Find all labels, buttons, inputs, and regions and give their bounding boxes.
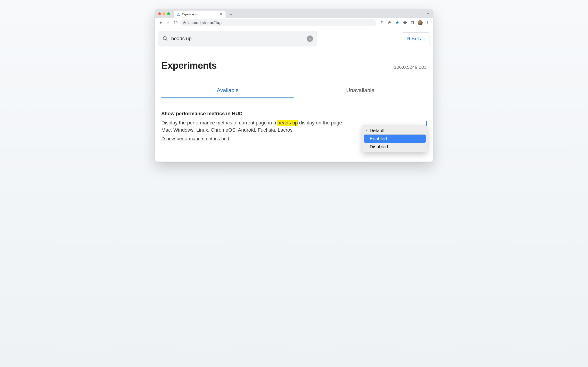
zoom-icon[interactable] [379,19,385,26]
tab-strip: Experiments [155,9,433,18]
svg-point-8 [427,23,428,24]
flags-tabs: Available Unavailable [161,83,427,98]
svg-point-1 [184,22,185,23]
svg-rect-5 [413,21,414,24]
window-close-button[interactable] [158,12,161,15]
site-chip: Chrome [183,21,199,25]
back-button[interactable] [157,20,164,26]
title-row: Experiments 106.0.5249.103 [161,60,427,71]
browser-window: Experiments Chrome [155,9,433,162]
window-minimize-button[interactable] [163,12,165,15]
forward-button[interactable] [165,20,171,26]
flag-row: Show performance metrics in HUD Display … [161,111,427,141]
flag-info: Show performance metrics in HUD Display … [161,111,355,141]
bookmark-star-icon[interactable] [394,19,401,26]
chrome-version: 106.0.5249.103 [394,65,427,70]
toolbar: Chrome chrome://flags [155,18,433,27]
flag-anchor-link[interactable]: #show-performance-metrics-hud [161,136,229,141]
flag-option-enabled[interactable]: Enabled [364,134,426,143]
svg-point-9 [163,37,166,40]
search-highlight: heads up [277,120,298,125]
page-content: Reset all Experiments 106.0.5249.103 Ava… [155,27,433,161]
flag-select[interactable]: Default Enabled Disabled [364,121,427,129]
page-title: Experiments [161,60,217,71]
tab-unavailable[interactable]: Unavailable [294,83,427,98]
site-chip-label: Chrome [187,21,199,25]
svg-point-7 [427,22,428,23]
tab-close-button[interactable] [219,12,223,17]
extensions-icon[interactable] [402,19,408,26]
address-bar[interactable]: Chrome chrome://flags [180,19,376,26]
flags-content: Experiments 106.0.5249.103 Available Una… [155,50,433,161]
toolbar-actions [379,19,431,26]
flag-description: Display the performance metrics of curre… [161,119,355,134]
chrome-icon [183,21,186,24]
flags-search-bar: Reset all [155,27,433,50]
flag-select-menu: Default Enabled Disabled [362,125,427,152]
chrome-menu-button[interactable] [424,19,431,26]
flag-desc-before: Display the performance metrics of curre… [161,120,277,125]
search-flags-input[interactable] [171,36,304,42]
flag-option-default[interactable]: Default [364,126,426,134]
flask-icon [177,13,180,16]
tab-overflow-button[interactable] [426,12,430,16]
window-maximize-button[interactable] [167,12,170,15]
svg-point-6 [427,21,428,22]
share-icon[interactable] [386,19,393,26]
reset-all-button[interactable]: Reset all [402,32,430,45]
flag-option-disabled[interactable]: Disabled [364,143,426,151]
avatar-image [418,20,423,25]
sidepanel-icon[interactable] [409,19,416,26]
browser-tab[interactable]: Experiments [174,10,226,18]
new-tab-button[interactable] [228,10,234,18]
reload-button[interactable] [173,20,179,26]
search-flags-field-wrap [158,31,317,47]
profile-avatar[interactable] [417,19,424,26]
search-icon [162,36,168,42]
flag-title: Show performance metrics in HUD [161,111,355,117]
tab-available[interactable]: Available [161,83,294,98]
url-text: chrome://flags [202,21,222,25]
clear-search-button[interactable] [307,35,313,42]
window-controls [157,9,172,18]
tab-title: Experiments [182,13,217,16]
